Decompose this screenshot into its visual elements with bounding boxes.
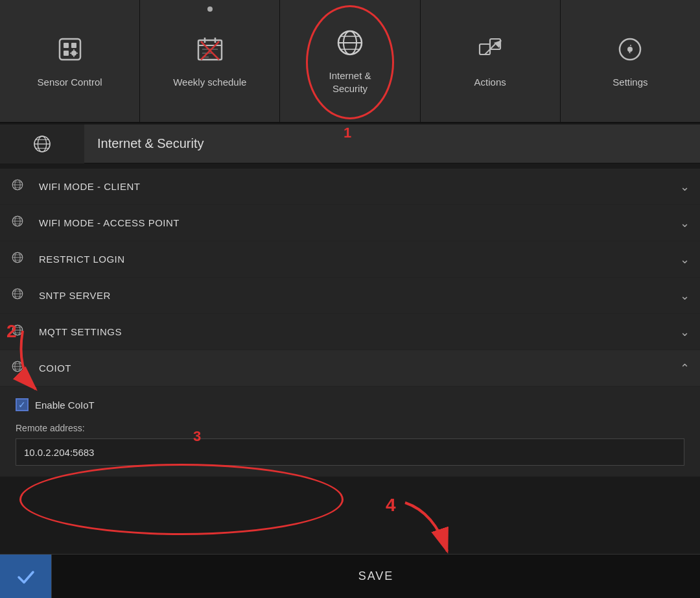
accordion-wifi-client[interactable]: WIFI MODE - CLIENT ⌄	[0, 169, 700, 205]
section-header: Internet & Security	[0, 125, 700, 163]
coiot-label: COIOT	[39, 363, 680, 374]
sntp-server-label: SNTP SERVER	[39, 290, 680, 301]
svg-rect-3	[64, 51, 69, 56]
svg-rect-1	[64, 43, 69, 48]
weekly-schedule-icon	[194, 34, 226, 71]
active-dot	[207, 6, 213, 12]
svg-rect-0	[60, 39, 80, 60]
mqtt-settings-chevron: ⌄	[680, 325, 690, 339]
wifi-ap-label: WIFI MODE - ACCESS POINT	[39, 217, 680, 228]
remote-address-input-wrapper	[16, 438, 684, 466]
section-header-icon	[0, 125, 84, 163]
wifi-client-icon	[10, 178, 29, 196]
wifi-ap-icon	[10, 214, 29, 232]
svg-point-4	[71, 51, 76, 56]
svg-rect-23	[480, 44, 490, 54]
wifi-client-label: WIFI MODE - CLIENT	[39, 181, 680, 192]
accordion-sntp-server[interactable]: SNTP SERVER ⌄	[0, 278, 700, 314]
checkmark-icon: ✓	[18, 400, 26, 409]
internet-security-icon	[334, 27, 366, 64]
mqtt-settings-icon	[10, 323, 29, 341]
coiot-enable-label: Enable CoIoT	[35, 400, 95, 411]
tab-sensor-control[interactable]: Sensor Control	[0, 0, 140, 122]
nav-tabs: Sensor Control Weekly schedule	[0, 0, 700, 123]
sntp-server-icon	[10, 287, 29, 305]
wifi-ap-chevron: ⌄	[680, 216, 690, 230]
restrict-login-chevron: ⌄	[680, 252, 690, 267]
section-title: Internet & Security	[84, 136, 700, 151]
accordion-wifi-ap[interactable]: WIFI MODE - ACCESS POINT ⌄	[0, 205, 700, 241]
tab-sensor-control-label: Sensor Control	[38, 76, 102, 89]
coiot-enable-row: ✓ Enable CoIoT	[16, 398, 684, 411]
restrict-login-label: RESTRICT LOGIN	[39, 254, 680, 265]
coiot-content: ✓ Enable CoIoT Remote address:	[0, 387, 700, 477]
accordion-list: WIFI MODE - CLIENT ⌄ WIFI MODE - ACCESS …	[0, 169, 700, 477]
bottom-bar: SAVE	[0, 554, 700, 598]
tab-actions-label: Actions	[474, 76, 506, 89]
svg-text:4: 4	[386, 495, 396, 515]
confirm-button[interactable]	[0, 555, 52, 599]
remote-address-section: Remote address:	[16, 423, 684, 466]
tab-weekly-schedule[interactable]: Weekly schedule	[140, 0, 280, 122]
settings-icon: i	[614, 34, 646, 71]
tab-internet-security-label: Internet &Security	[329, 69, 371, 95]
accordion-restrict-login[interactable]: RESTRICT LOGIN ⌄	[0, 241, 700, 278]
accordion-mqtt-settings[interactable]: MQTT SETTINGS ⌄	[0, 314, 700, 350]
remote-address-input[interactable]	[16, 438, 684, 466]
tab-actions[interactable]: Actions	[421, 0, 561, 122]
mqtt-settings-label: MQTT SETTINGS	[39, 326, 680, 337]
tab-settings[interactable]: i Settings	[561, 0, 700, 122]
restrict-login-icon	[10, 250, 29, 269]
sensor-control-icon	[54, 34, 86, 71]
save-button[interactable]: SAVE	[52, 555, 700, 599]
accordion-coiot[interactable]: COIOT ⌃	[0, 350, 700, 387]
tab-internet-security[interactable]: Internet &Security	[280, 0, 420, 122]
tab-weekly-schedule-label: Weekly schedule	[173, 76, 246, 89]
coiot-icon	[10, 359, 29, 377]
actions-icon	[474, 34, 506, 71]
wifi-client-chevron: ⌄	[680, 180, 690, 194]
tab-settings-label: Settings	[612, 76, 648, 89]
svg-text:i: i	[629, 43, 632, 56]
coiot-chevron: ⌃	[680, 361, 690, 376]
coiot-enable-checkbox[interactable]: ✓	[16, 398, 29, 411]
svg-rect-2	[71, 43, 76, 48]
sntp-server-chevron: ⌄	[680, 289, 690, 303]
remote-address-label: Remote address:	[16, 423, 684, 433]
